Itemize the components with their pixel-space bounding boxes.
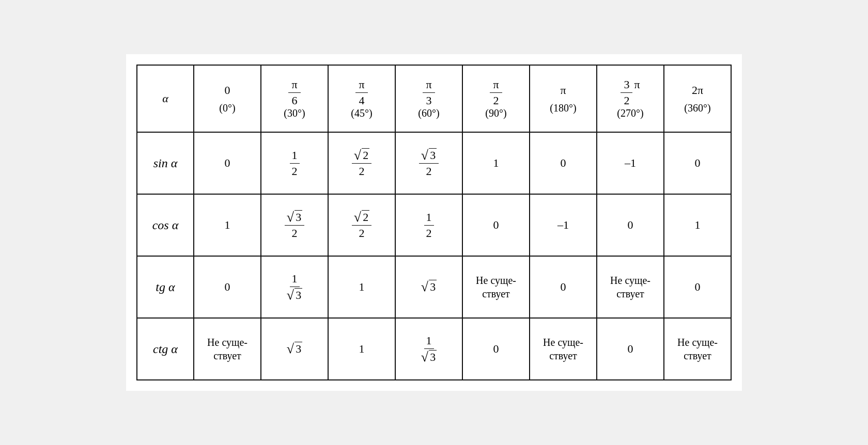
cos-0: 1	[194, 194, 261, 256]
ctg-pi: Не суще- ствует	[530, 318, 597, 380]
ctg-pi2: 0	[462, 318, 530, 380]
tg-row: tg α 0 1 √ 3 1 √ 3	[137, 256, 731, 318]
cos-row: cos α 1 √ 3 2 √	[137, 194, 731, 256]
col4-header: π 2 (90°)	[462, 65, 530, 132]
ctg-row: ctg α Не суще- ствует √ 3 1 1	[137, 318, 731, 380]
cos-pi3: 1 2	[395, 194, 462, 256]
sin-pi: 0	[530, 132, 597, 194]
col3-header: π 3 (60°)	[395, 65, 462, 132]
cos-pi4: √ 2 2	[328, 194, 395, 256]
sin-3pi2: –1	[597, 132, 664, 194]
cos-3pi2: 0	[597, 194, 664, 256]
col1-header: π 6 (30°)	[261, 65, 328, 132]
cos-pi2: 0	[462, 194, 530, 256]
cos-2pi: 1	[664, 194, 731, 256]
col0-header: 0 (0°)	[194, 65, 261, 132]
trig-table-container: α 0 (0°) π 6 (30°)	[126, 54, 742, 391]
ctg-label: ctg α	[137, 318, 194, 380]
sin-pi6: 1 2	[261, 132, 328, 194]
col7-header: 2π (360°)	[664, 65, 731, 132]
sin-2pi: 0	[664, 132, 731, 194]
cos-pi: –1	[530, 194, 597, 256]
col2-header: π 4 (45°)	[328, 65, 395, 132]
alpha-header: α	[137, 65, 194, 132]
tg-pi: 0	[530, 256, 597, 318]
tg-0: 0	[194, 256, 261, 318]
sin-label: sin α	[137, 132, 194, 194]
sin-pi3: √ 3 2	[395, 132, 462, 194]
tg-label: tg α	[137, 256, 194, 318]
sin-pi4: √ 2 2	[328, 132, 395, 194]
tg-2pi: 0	[664, 256, 731, 318]
sin-pi2: 1	[462, 132, 530, 194]
sin-0: 0	[194, 132, 261, 194]
tg-pi3: √ 3	[395, 256, 462, 318]
col6-header: 3 2 π (270°)	[597, 65, 664, 132]
ctg-2pi: Не суще- ствует	[664, 318, 731, 380]
sin-row: sin α 0 1 2 √ 2 2	[137, 132, 731, 194]
header-row: α 0 (0°) π 6 (30°)	[137, 65, 731, 132]
cos-pi6: √ 3 2	[261, 194, 328, 256]
tg-pi2: Не суще- ствует	[462, 256, 530, 318]
ctg-0: Не суще- ствует	[194, 318, 261, 380]
tg-pi4: 1	[328, 256, 395, 318]
ctg-pi4: 1	[328, 318, 395, 380]
tg-pi6: 1 √ 3	[261, 256, 328, 318]
ctg-pi6: √ 3	[261, 318, 328, 380]
cos-label: cos α	[137, 194, 194, 256]
ctg-pi3: 1 √ 3	[395, 318, 462, 380]
ctg-3pi2: 0	[597, 318, 664, 380]
col5-header: π (180°)	[530, 65, 597, 132]
tg-3pi2: Не суще- ствует	[597, 256, 664, 318]
trig-table: α 0 (0°) π 6 (30°)	[136, 65, 732, 380]
